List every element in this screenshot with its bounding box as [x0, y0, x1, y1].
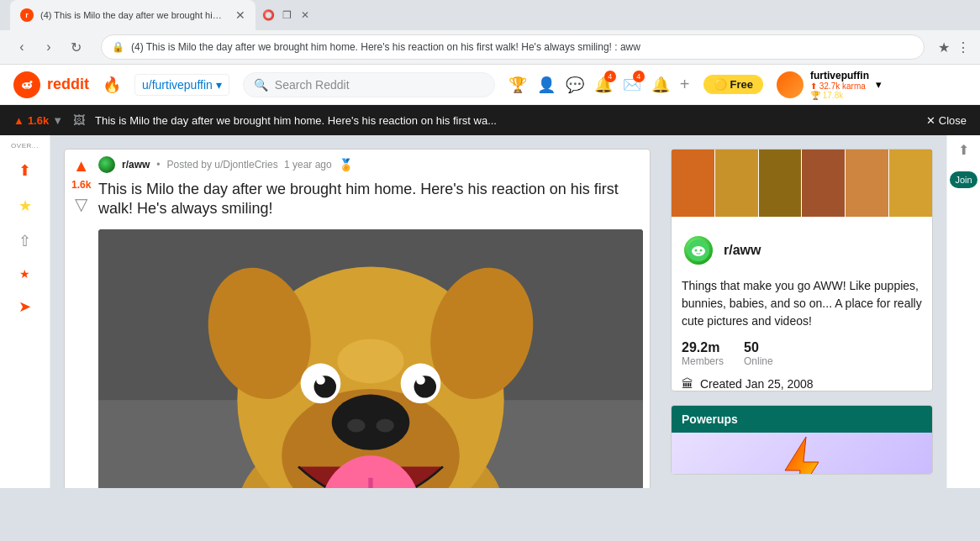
downvote-button[interactable]: ▽ — [75, 194, 87, 214]
svg-point-29 — [700, 249, 703, 252]
created-info: 🏛 Created Jan 25, 2008 — [682, 377, 922, 391]
subreddit-link[interactable]: r/aww — [122, 159, 150, 171]
subreddit-name-card[interactable]: r/aww — [724, 243, 761, 258]
online-value: 50 — [744, 340, 773, 355]
subreddit-card-avatar — [682, 234, 715, 267]
post-award-icon: 🏅 — [339, 158, 353, 171]
url-text[interactable]: (4) This is Milo the day after we brough… — [131, 41, 640, 53]
activity-badge: 4 — [604, 71, 616, 82]
user-selector-text: u/furtivepuffin — [142, 78, 213, 92]
browser-extensions: ★ ⋮ — [938, 39, 970, 55]
browser-tab[interactable]: r (4) This is Milo the day after we brou… — [10, 0, 256, 30]
reddit-header: reddit 🔥 u/furtivepuffin ▾ 🔍 Search Redd… — [0, 65, 980, 105]
subreddit-stats: 29.2m Members 50 Online — [682, 340, 922, 367]
free-btn-label: Free — [730, 78, 753, 91]
edge-arrow-up-icon[interactable]: ⬆ — [958, 142, 969, 158]
profile-icon[interactable]: 👤 — [537, 76, 556, 94]
subreddit-icon — [98, 156, 115, 173]
center-content: ▲ 1.6k ▽ r/aww • Posted by u/DjontleCrie… — [50, 135, 946, 488]
messages-icon[interactable]: ✉️ 4 — [623, 76, 641, 94]
bell-icon[interactable]: 🔔 — [651, 76, 670, 94]
minimize-icon[interactable]: ⭕ — [262, 9, 274, 21]
activity-icon[interactable]: 🔔 4 — [594, 76, 613, 94]
chevron-down-icon: ▾ — [216, 78, 222, 92]
post-image — [98, 229, 643, 488]
window-controls: ⭕ ❒ ✕ — [262, 9, 311, 21]
tab-title: (4) This is Milo the day after we brough… — [40, 10, 225, 20]
post-title: This is Milo the day after we brought hi… — [98, 180, 643, 219]
svg-point-1 — [22, 82, 32, 89]
post-container: ▲ 1.6k ▽ r/aww • Posted by u/DjontleCrie… — [64, 149, 651, 488]
right-edge-panel: ⬆ Join — [946, 135, 980, 488]
notif-vote-count: 1.6k — [28, 114, 49, 127]
profile-chevron-icon: ▾ — [876, 78, 882, 91]
sidebar-star-icon[interactable]: ★ — [13, 192, 37, 220]
notif-close-button[interactable]: ✕ Close — [926, 114, 967, 127]
upvote-button[interactable]: ▲ — [73, 156, 90, 176]
karma-info: furtivepuffin ⬆ 32.7k karma 🏆 17.8k — [810, 70, 869, 100]
svg-point-27 — [692, 246, 705, 256]
main-content: OVER... ⬆ ★ ⇧ ★ ➤ ▲ 1.6k ▽ — [0, 135, 980, 488]
more-options-icon[interactable]: ⋮ — [956, 39, 970, 55]
reddit-logo[interactable]: reddit — [13, 71, 89, 98]
browser-chrome: r (4) This is Milo the day after we brou… — [0, 0, 980, 65]
online-stat: 50 Online — [744, 340, 773, 367]
trophy-icon[interactable]: 🏆 — [508, 76, 527, 94]
close-label: Close — [939, 114, 967, 127]
maximize-icon[interactable]: ❒ — [281, 9, 292, 21]
username-text: furtivepuffin — [810, 70, 869, 81]
back-button[interactable]: ‹ — [10, 35, 34, 59]
post-meta-text: Posted by u/DjontleCries 1 year ago — [167, 159, 332, 171]
header-icons: 🏆 👤 💬 🔔 4 ✉️ 4 🔔 + — [508, 75, 690, 94]
plus-icon[interactable]: + — [680, 75, 690, 94]
calendar-icon: 🏛 — [682, 377, 693, 391]
tab-favicon: r — [20, 8, 34, 22]
search-bar[interactable]: 🔍 Search Reddit — [243, 72, 495, 97]
close-window-icon[interactable]: ✕ — [299, 9, 311, 21]
chat-icon[interactable]: 💬 — [566, 76, 584, 94]
subreddit-card-body: r/aww Things that make you go AWW! Like … — [672, 217, 932, 391]
svg-point-21 — [316, 376, 325, 385]
notif-downvote-arrow: ▼ — [52, 114, 63, 127]
members-value: 29.2m — [682, 340, 724, 355]
post-header: r/aww • Posted by u/DjontleCries 1 year … — [98, 156, 643, 173]
edge-join-button[interactable]: Join — [950, 171, 977, 188]
reload-button[interactable]: ↻ — [64, 35, 87, 59]
post-meta-dot: • — [156, 159, 160, 171]
subreddit-card: r/aww Things that make you go AWW! Like … — [671, 149, 933, 391]
notif-image-icon: 🖼 — [73, 113, 85, 127]
address-bar[interactable]: 🔒 (4) This is Milo the day after we brou… — [101, 34, 925, 60]
user-profile-dropdown[interactable]: furtivepuffin ⬆ 32.7k karma 🏆 17.8k ▾ — [777, 70, 882, 100]
powerups-header: Powerups — [672, 406, 932, 433]
members-stat: 29.2m Members — [682, 340, 724, 367]
nav-buttons: ‹ › ↻ — [10, 35, 87, 59]
browser-toolbar: ‹ › ↻ 🔒 (4) This is Milo the day after w… — [0, 30, 980, 64]
right-sidebar: r/aww Things that make you go AWW! Like … — [671, 149, 933, 475]
close-icon: ✕ — [926, 114, 935, 127]
sidebar-arrow-icon[interactable]: ➤ — [13, 292, 36, 321]
search-placeholder-text: Search Reddit — [275, 78, 350, 92]
svg-point-12 — [332, 394, 410, 449]
tab-close-icon[interactable]: ✕ — [235, 8, 245, 22]
search-icon: 🔍 — [254, 78, 268, 92]
sidebar-link-icon[interactable]: ⇧ — [13, 227, 36, 255]
reddit-page: reddit 🔥 u/furtivepuffin ▾ 🔍 Search Redd… — [0, 65, 980, 488]
tab-bar: r (4) This is Milo the day after we brou… — [0, 0, 980, 30]
svg-point-28 — [695, 249, 698, 252]
created-text: Created Jan 25, 2008 — [700, 377, 814, 391]
notif-upvote-arrow: ▲ — [13, 114, 24, 127]
svg-marker-30 — [785, 437, 819, 475]
extensions-icon[interactable]: ★ — [938, 39, 950, 55]
subreddit-info-header: r/aww — [682, 234, 922, 267]
sidebar-home-icon[interactable]: ⬆ — [13, 156, 36, 185]
user-selector-dropdown[interactable]: u/furtivepuffin ▾ — [134, 74, 229, 96]
free-button[interactable]: 🟡 Free — [703, 75, 763, 94]
svg-point-13 — [347, 418, 365, 432]
forward-button[interactable]: › — [37, 35, 61, 59]
reddit-logo-icon — [13, 71, 40, 98]
sidebar-award-icon[interactable]: ★ — [14, 262, 35, 286]
vote-count: 1.6k — [71, 179, 91, 191]
post-image-svg — [98, 229, 643, 488]
sidebar-overview-label: OVER... — [11, 142, 39, 150]
svg-point-2 — [24, 83, 25, 85]
